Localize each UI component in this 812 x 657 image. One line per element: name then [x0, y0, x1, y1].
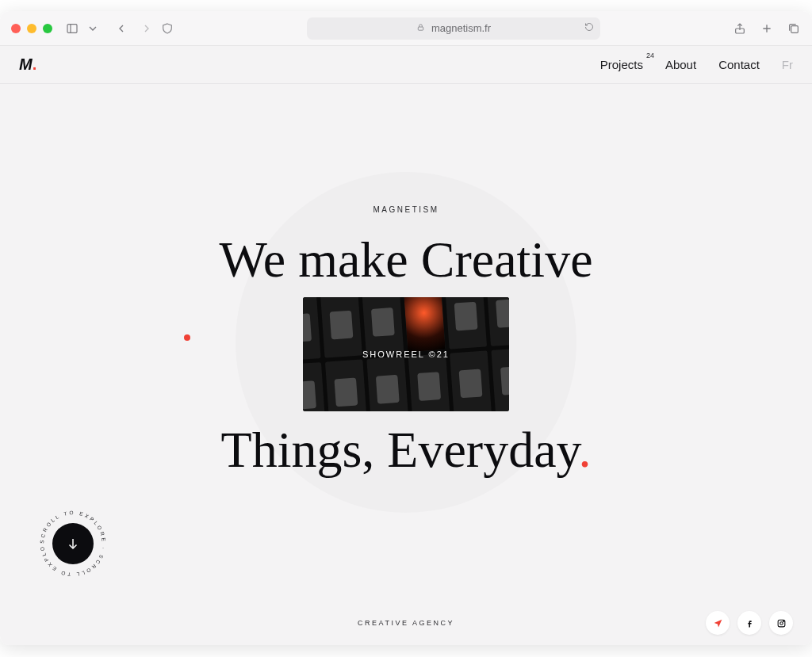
- scroll-ring-text-svg: SCROLL TO EXPLORE · SCROLL TO EXPLORE ·: [36, 507, 109, 580]
- nav-language[interactable]: Fr: [782, 58, 793, 71]
- scroll-to-explore[interactable]: SCROLL TO EXPLORE · SCROLL TO EXPLORE ·: [36, 507, 109, 580]
- new-tab-icon[interactable]: [760, 21, 774, 36]
- privacy-shield-icon[interactable]: [160, 21, 174, 36]
- svg-point-10: [779, 621, 782, 624]
- social-send-button[interactable]: [706, 611, 730, 635]
- hero-headline-line2: Things, Everyday.: [221, 421, 592, 479]
- nav-projects[interactable]: Projects 24: [600, 58, 643, 71]
- share-icon[interactable]: [733, 21, 747, 36]
- forward-button[interactable]: [140, 21, 154, 36]
- titlebar-right: [733, 21, 801, 36]
- page-viewport: M. Projects 24 About Contact Fr MAGNETIS…: [0, 46, 812, 645]
- footer-tagline: CREATIVE AGENCY: [358, 619, 454, 627]
- facebook-icon: [745, 618, 755, 628]
- window-controls: [11, 24, 52, 33]
- maximize-window-button[interactable]: [43, 24, 52, 33]
- hero-headline-line1: We make Creative: [219, 233, 592, 286]
- sidebar-icon[interactable]: [65, 21, 79, 36]
- hero-line2-text: Things, Everyday: [221, 422, 579, 478]
- browser-titlebar: magnetism.fr: [0, 11, 812, 46]
- back-button[interactable]: [114, 21, 128, 36]
- address-bar-url: magnetism.fr: [431, 22, 491, 34]
- hero-line2-dot: .: [578, 422, 591, 478]
- close-window-button[interactable]: [11, 24, 21, 33]
- nav-projects-label: Projects: [600, 58, 643, 71]
- site-header: M. Projects 24 About Contact Fr: [0, 46, 812, 84]
- social-facebook-button[interactable]: [737, 611, 761, 635]
- nav-arrows: [114, 21, 154, 36]
- showreel-card[interactable]: SHOWREEL ©21: [303, 297, 509, 411]
- primary-nav: Projects 24 About Contact Fr: [600, 58, 793, 71]
- nav-about[interactable]: About: [665, 58, 696, 71]
- site-footer: CREATIVE AGENCY: [0, 601, 812, 645]
- lock-icon: [416, 22, 425, 34]
- logo-dot: .: [33, 55, 36, 74]
- social-instagram-button[interactable]: [769, 611, 793, 635]
- svg-rect-6: [791, 25, 799, 32]
- chevron-down-icon[interactable]: [86, 21, 100, 36]
- nav-projects-count: 24: [646, 52, 654, 59]
- site-logo[interactable]: M.: [19, 55, 36, 74]
- showreel-label: SHOWREEL ©21: [362, 350, 450, 359]
- nav-contact[interactable]: Contact: [718, 58, 760, 71]
- address-bar[interactable]: magnetism.fr: [307, 17, 600, 40]
- reload-icon[interactable]: [584, 22, 594, 34]
- hero-eyebrow: MAGNETISM: [373, 205, 439, 214]
- minimize-window-button[interactable]: [27, 24, 36, 33]
- instagram-icon: [776, 618, 787, 628]
- svg-point-11: [783, 621, 783, 621]
- logo-letter: M: [19, 55, 32, 74]
- svg-text:SCROLL TO EXPLORE · SCROLL TO : SCROLL TO EXPLORE · SCROLL TO EXPLORE ·: [36, 507, 107, 578]
- svg-rect-0: [67, 24, 77, 32]
- tabs-overview-icon[interactable]: [787, 21, 801, 36]
- svg-rect-2: [418, 27, 423, 30]
- paper-plane-icon: [713, 618, 723, 628]
- hero-section: MAGNETISM We make Creative SHOWREEL ©21 …: [0, 84, 812, 601]
- red-accent-dot: [184, 334, 190, 341]
- address-bar-wrap: magnetism.fr: [189, 17, 718, 40]
- social-links: [706, 611, 793, 635]
- browser-window: magnetism.fr M. Proj: [0, 11, 812, 645]
- scroll-ring-textpath: SCROLL TO EXPLORE · SCROLL TO EXPLORE ·: [36, 507, 107, 578]
